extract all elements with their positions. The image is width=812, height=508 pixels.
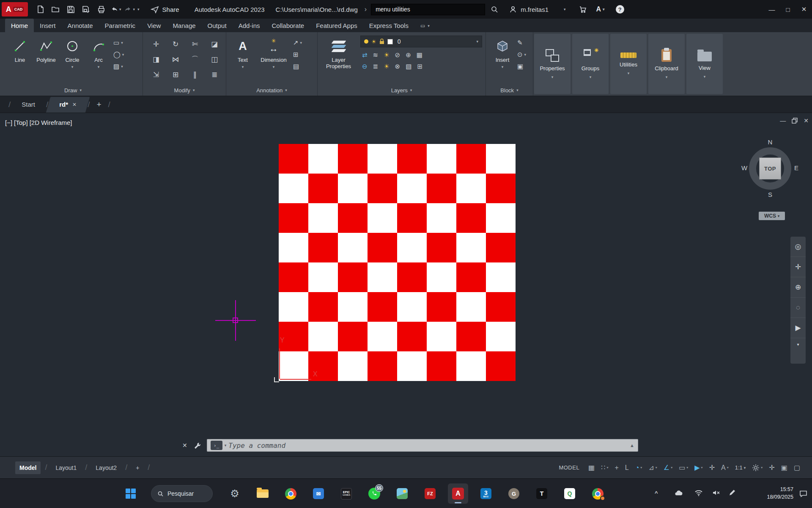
tab-output[interactable]: Output — [202, 19, 233, 32]
doc-minimize-button[interactable]: — — [780, 117, 786, 124]
grid-toggle[interactable]: ▦ — [588, 464, 595, 472]
viewcube[interactable]: N S W E TOP — [738, 137, 802, 200]
undo-caret-icon[interactable]: ▾ — [119, 7, 121, 11]
layout-tab-model[interactable]: Model — [15, 461, 41, 474]
taskbar-app-t[interactable]: T — [532, 483, 552, 504]
zoom-button[interactable]: ⊕ — [790, 277, 806, 298]
command-wrench-icon[interactable] — [193, 442, 201, 449]
compass-south[interactable]: S — [766, 191, 774, 198]
qat-customize-caret-icon[interactable]: ▾ — [137, 7, 140, 11]
annotation-scale-value[interactable]: 1:1▾ — [735, 464, 746, 471]
text-style-button[interactable]: ▤ — [293, 63, 302, 70]
tab-parametric[interactable]: Parametric — [99, 19, 142, 32]
insert-block-button[interactable]: Insert ▾ — [489, 36, 516, 69]
viewport-visual-style-button[interactable]: [2D Wireframe] — [30, 119, 72, 126]
block-panel-title[interactable]: Block ▾ — [486, 85, 533, 96]
move-button[interactable]: ✛ — [153, 40, 159, 49]
store-cart-button[interactable] — [579, 5, 587, 14]
save-button[interactable] — [64, 3, 77, 16]
isodraft-toggle[interactable]: ⊿▾ — [648, 464, 657, 472]
layer-freeze-button[interactable]: ☀ — [384, 51, 389, 59]
show-motion-button[interactable]: ▶ — [790, 318, 806, 338]
layer-vpfreeze-button[interactable]: ⊞ — [417, 63, 422, 70]
annotation-scale-button[interactable]: A▾ — [721, 464, 729, 472]
fillet-button[interactable]: ⌒ — [192, 55, 199, 64]
volume-muted-icon[interactable] — [712, 489, 721, 497]
edit-block-button[interactable]: ✎ — [517, 39, 526, 47]
maximize-button[interactable]: □ — [780, 0, 796, 19]
compass-west[interactable]: W — [740, 164, 749, 171]
crosshair-settings-button[interactable]: ✛ — [769, 464, 774, 472]
new-layout-button[interactable]: + — [132, 461, 143, 474]
stretch-button[interactable]: ◫ — [211, 55, 218, 64]
file-tab-start[interactable]: Start — [13, 96, 44, 113]
scale-button[interactable]: ⇲ — [153, 70, 159, 79]
compass-north[interactable]: N — [766, 138, 774, 146]
block-attributes-button[interactable]: ⊙▾ — [517, 51, 526, 58]
layer-state-button[interactable]: ▦ — [417, 51, 422, 59]
tab-home[interactable]: Home — [5, 19, 34, 32]
title-expand-icon[interactable]: › — [365, 6, 367, 13]
arc-caret-icon[interactable]: ▾ — [98, 65, 100, 69]
help-button[interactable]: ? — [616, 5, 624, 14]
rd-tab-close-icon[interactable]: ✕ — [72, 102, 77, 108]
full-navigation-wheel-button[interactable]: ◎ — [790, 237, 806, 257]
file-tab-rd[interactable]: rd* ✕ — [51, 96, 85, 113]
taskbar-app-chrome-profile[interactable] — [587, 483, 608, 504]
tab-addins[interactable]: Add-ins — [233, 19, 266, 32]
taskbar-app-filezilla[interactable]: FZ — [420, 483, 440, 504]
explode-button[interactable]: ≣ — [211, 70, 217, 79]
tab-view[interactable]: View — [141, 19, 167, 32]
view-panel-button[interactable]: View ▾ — [686, 34, 723, 94]
share-button[interactable]: Share — [151, 5, 179, 14]
trim-button[interactable]: ✄ — [192, 40, 198, 49]
undo-button[interactable]: ▾ — [110, 5, 121, 14]
lineweight-toggle[interactable]: ▭▾ — [679, 464, 688, 472]
taskbar-app-settings[interactable]: ⚙ — [225, 483, 245, 504]
taskbar-app-gimp[interactable]: G — [504, 483, 524, 504]
start-button[interactable] — [121, 483, 141, 504]
tab-insert[interactable]: Insert — [34, 19, 62, 32]
layer-lock-button[interactable]: ⊗ — [395, 63, 401, 70]
create-block-button[interactable]: ▣ — [517, 63, 526, 70]
command-input-field[interactable]: ›_ ▾ ▲ — [207, 439, 638, 452]
properties-panel-button[interactable]: Properties ▾ — [534, 34, 571, 94]
viewcube-top-face[interactable]: TOP — [759, 157, 781, 179]
workspace-settings-button[interactable]: ▾ — [752, 464, 763, 472]
viewport-menu-button[interactable]: [−] — [5, 119, 12, 126]
minimize-button[interactable]: — — [764, 0, 780, 19]
ortho-toggle[interactable]: L — [625, 464, 629, 472]
annotation-panel-title[interactable]: Annotation ▾ — [226, 85, 317, 96]
drawing-area[interactable]: [−] [Top] [2D Wireframe] — ✕ Y X N S W E… — [0, 113, 812, 456]
layout-tab-layout1[interactable]: Layout1 — [51, 461, 81, 474]
osnap-toggle[interactable]: ∠▾ — [664, 464, 672, 472]
taskbar-app-explorer[interactable] — [252, 483, 273, 504]
isolate-objects-button[interactable]: ▣ — [781, 464, 787, 472]
ribbon-display-toggle[interactable]: ▭ ▾ — [420, 23, 430, 32]
layer-isolate-button[interactable]: ⊕ — [406, 51, 411, 59]
circle-caret-icon[interactable]: ▾ — [71, 65, 74, 69]
rectangle-tool-button[interactable]: ▭▾ — [113, 39, 124, 47]
polyline-button[interactable]: Polyline — [33, 36, 59, 64]
autodesk-apps-button[interactable]: A ▾ — [596, 6, 605, 13]
hatch-tool-button[interactable]: ▨▾ — [113, 63, 124, 70]
layer-merge-button[interactable]: ▧ — [406, 63, 411, 70]
close-button[interactable]: ✕ — [796, 0, 812, 19]
app-search-input[interactable] — [371, 4, 485, 15]
taskbar-search[interactable]: Pesquisar — [151, 485, 213, 502]
text-button[interactable]: A Text ▾ — [230, 36, 256, 69]
notification-center-icon[interactable] — [799, 490, 808, 497]
mirror-button[interactable]: ⋈ — [172, 55, 179, 64]
account-menu[interactable]: m.freitas1 ▾ — [509, 5, 565, 14]
compass-east[interactable]: E — [792, 164, 801, 171]
taskbar-app-epic-games[interactable]: EPICGAMES — [336, 483, 357, 504]
command-close-icon[interactable]: ✕ — [182, 442, 187, 449]
command-expand-icon[interactable]: ▲ — [630, 443, 634, 448]
command-prompt-icon[interactable]: ›_ — [211, 441, 222, 450]
command-input[interactable] — [228, 442, 628, 450]
modify-panel-title[interactable]: Modify ▾ — [143, 85, 226, 96]
onedrive-cloud-icon[interactable] — [674, 489, 683, 497]
layer-off-button[interactable]: ⊘ — [395, 51, 401, 59]
new-drawing-tab-button[interactable]: + — [92, 96, 105, 113]
snap-toggle[interactable]: ∷▾ — [601, 464, 608, 472]
